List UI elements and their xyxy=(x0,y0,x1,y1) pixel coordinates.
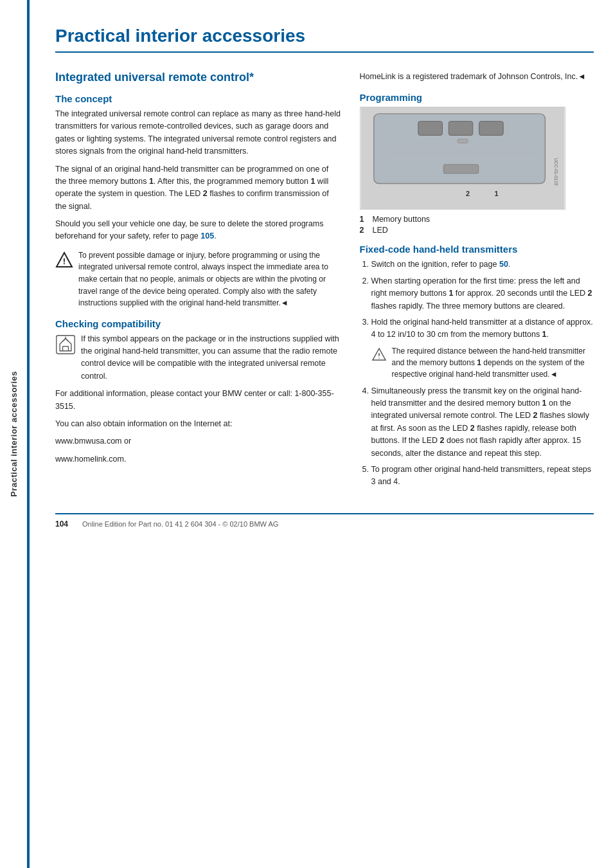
compat-box: If this symbol appears on the package or… xyxy=(55,333,342,383)
trademark-text: HomeLink is a registered trademark of Jo… xyxy=(360,71,594,83)
fixed-code-heading: Fixed-code hand-held transmitters xyxy=(360,244,594,255)
svg-text:UCC-01-0115: UCC-01-0115 xyxy=(554,158,558,186)
concept-para-3: Should you sell your vehicle one day, be… xyxy=(55,218,342,243)
compat-text: If this symbol appears on the package or… xyxy=(81,333,342,383)
svg-text:!: ! xyxy=(63,257,66,266)
url-bmwusa: www.bmwusa.com or xyxy=(55,435,342,448)
footer-text: Online Edition for Part no. 01 41 2 604 … xyxy=(82,520,278,528)
legend-num-2: 2 xyxy=(360,226,369,235)
concept-para-2: The signal of an original hand-held tran… xyxy=(55,163,342,213)
concept-para-1: The integrated universal remote control … xyxy=(55,108,342,158)
svg-rect-12 xyxy=(479,122,503,136)
legend-item-2: 2 LED xyxy=(360,226,594,235)
programming-image: 2 1 UCC-01-0115 xyxy=(360,107,565,210)
step-5: To program other original hand-held tran… xyxy=(371,464,594,489)
step-1: Switch on the ignition, refer to page 50… xyxy=(371,258,594,271)
concept-heading: The concept xyxy=(55,93,342,104)
two-column-layout: Integrated universal remote control* The… xyxy=(55,71,594,494)
svg-rect-11 xyxy=(449,122,473,136)
warning-icon: ! xyxy=(55,251,73,269)
note-icon xyxy=(371,347,387,362)
programming-heading: Programming xyxy=(360,92,594,103)
step-2: When starting operation for the first ti… xyxy=(371,275,594,312)
footer-page-number: 104 xyxy=(55,520,75,529)
svg-text:2: 2 xyxy=(465,190,469,198)
svg-rect-10 xyxy=(418,122,442,136)
legend-item-1: 1 Memory buttons xyxy=(360,215,594,224)
footer: 104 Online Edition for Part no. 01 41 2 … xyxy=(55,513,594,529)
homelink-icon xyxy=(55,334,76,355)
legend-label-1: Memory buttons xyxy=(373,215,431,224)
svg-rect-13 xyxy=(458,140,468,143)
compat-para-1: For additional information, please conta… xyxy=(55,388,342,413)
compatibility-heading: Checking compatibility xyxy=(55,318,342,329)
warning-box: ! To prevent possible damage or injury, … xyxy=(55,249,342,309)
step-3: Hold the original hand-held transmitter … xyxy=(371,316,594,380)
page-title: Practical interior accessories xyxy=(55,26,594,53)
right-column: HomeLink is a registered trademark of Jo… xyxy=(360,71,594,494)
compat-para-2: You can also obtain information on the I… xyxy=(55,418,342,430)
main-content: Practical interior accessories Integrate… xyxy=(36,0,613,548)
svg-marker-3 xyxy=(60,338,71,351)
svg-point-22 xyxy=(378,357,380,359)
svg-text:1: 1 xyxy=(494,190,498,198)
step-3-note: The required distance between the hand-h… xyxy=(371,345,594,380)
legend-num-1: 1 xyxy=(360,215,369,224)
url-homelink: www.homelink.com. xyxy=(55,453,342,466)
step-4: Simultaneously press the transmit key on… xyxy=(371,385,594,460)
warning-text: To prevent possible damage or injury, be… xyxy=(78,249,342,309)
main-heading: Integrated universal remote control* xyxy=(55,71,342,84)
sidebar-accent-bar xyxy=(27,0,30,868)
svg-rect-18 xyxy=(443,165,478,174)
step-3-note-text: The required distance between the hand-h… xyxy=(392,345,594,380)
sidebar-label: Practical interior accessories xyxy=(9,371,19,497)
left-column: Integrated universal remote control* The… xyxy=(55,71,342,494)
fixed-code-steps: Switch on the ignition, refer to page 50… xyxy=(360,258,594,488)
legend-label-2: LED xyxy=(373,226,388,235)
sidebar: Practical interior accessories xyxy=(0,0,27,868)
